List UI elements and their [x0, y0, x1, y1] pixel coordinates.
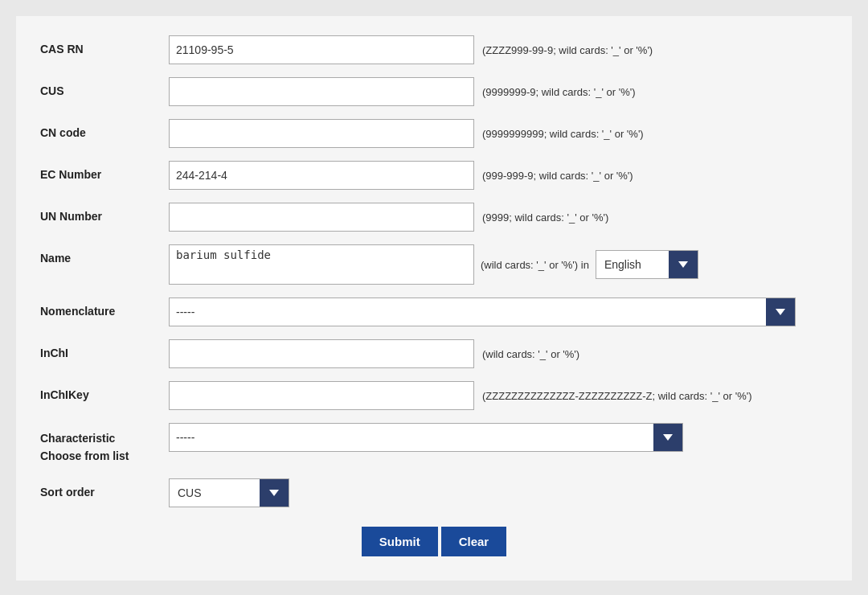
cus-input[interactable] — [169, 77, 474, 106]
inchi-label: InChI — [40, 339, 169, 362]
nomenclature-controls: ----- — [169, 298, 828, 326]
name-inner-controls: barium sulfide (wild cards: '_' or '%') … — [169, 244, 698, 285]
cn-code-row: CN code (9999999999; wild cards: '_' or … — [40, 119, 828, 148]
nomenclature-dropdown-button[interactable] — [766, 298, 795, 326]
chevron-down-icon — [776, 309, 785, 315]
cn-code-input[interactable] — [169, 119, 474, 148]
characteristic-row: Characteristic Choose from list ----- — [40, 423, 828, 466]
language-dropdown-button[interactable] — [669, 250, 698, 279]
sort-order-controls: CUS — [169, 478, 828, 507]
inchi-row: InChI (wild cards: '_' or '%') — [40, 339, 828, 368]
un-number-hint: (9999; wild cards: '_' or '%') — [482, 211, 608, 224]
sort-order-row: Sort order CUS — [40, 478, 828, 507]
chevron-down-icon — [678, 261, 688, 268]
cas-rn-row: CAS RN (ZZZZ999-99-9; wild cards: '_' or… — [40, 35, 828, 64]
name-controls: barium sulfide (wild cards: '_' or '%') … — [169, 244, 828, 285]
cus-hint: (9999999-9; wild cards: '_' or '%') — [482, 86, 636, 98]
cn-code-hint: (9999999999; wild cards: '_' or '%') — [482, 128, 644, 140]
inchikey-input[interactable] — [169, 381, 474, 410]
inchi-hint: (wild cards: '_' or '%') — [482, 348, 579, 360]
search-form: CAS RN (ZZZZ999-99-9; wild cards: '_' or… — [16, 16, 852, 581]
sort-order-dropdown-button[interactable] — [260, 478, 289, 507]
language-select-wrapper[interactable]: English — [596, 250, 698, 279]
characteristic-sub-label: Choose from list — [40, 447, 169, 465]
sort-order-value: CUS — [170, 478, 260, 507]
characteristic-dropdown-wrapper[interactable]: ----- — [169, 423, 683, 452]
inchikey-row: InChIKey (ZZZZZZZZZZZZZZ-ZZZZZZZZZZ-Z; w… — [40, 381, 828, 410]
characteristic-main-label: Characteristic — [40, 429, 169, 447]
ec-number-hint: (999-999-9; wild cards: '_' or '%') — [482, 170, 633, 182]
chevron-down-icon — [663, 434, 673, 441]
clear-button[interactable]: Clear — [441, 527, 507, 556]
characteristic-label: Characteristic Choose from list — [40, 423, 169, 466]
un-number-input[interactable] — [169, 203, 474, 232]
un-number-controls: (9999; wild cards: '_' or '%') — [169, 203, 828, 232]
cn-code-controls: (9999999999; wild cards: '_' or '%') — [169, 119, 828, 148]
inchikey-controls: (ZZZZZZZZZZZZZZ-ZZZZZZZZZZ-Z; wild cards… — [169, 381, 828, 410]
chevron-down-icon — [269, 490, 279, 496]
cn-code-label: CN code — [40, 119, 169, 142]
ec-number-input[interactable] — [169, 161, 474, 190]
submit-button[interactable]: Submit — [362, 527, 438, 556]
cas-rn-input[interactable] — [169, 35, 474, 64]
un-number-label: UN Number — [40, 203, 169, 225]
cus-row: CUS (9999999-9; wild cards: '_' or '%') — [40, 77, 828, 106]
characteristic-controls: ----- — [169, 423, 828, 452]
cas-rn-controls: (ZZZZ999-99-9; wild cards: '_' or '%') — [169, 35, 828, 64]
un-number-row: UN Number (9999; wild cards: '_' or '%') — [40, 203, 828, 232]
cus-controls: (9999999-9; wild cards: '_' or '%') — [169, 77, 828, 106]
name-input[interactable]: barium sulfide — [169, 244, 474, 285]
inchi-input[interactable] — [169, 339, 474, 368]
nomenclature-row: Nomenclature ----- — [40, 298, 828, 326]
characteristic-value: ----- — [170, 423, 653, 452]
action-buttons: Submit Clear — [40, 527, 828, 556]
cas-rn-hint: (ZZZZ999-99-9; wild cards: '_' or '%') — [482, 44, 653, 56]
cas-rn-label: CAS RN — [40, 35, 169, 58]
inchikey-label: InChIKey — [40, 381, 169, 404]
language-select-text: English — [596, 250, 669, 279]
nomenclature-label: Nomenclature — [40, 298, 169, 320]
sort-order-dropdown-wrapper[interactable]: CUS — [169, 478, 289, 507]
inchikey-hint: (ZZZZZZZZZZZZZZ-ZZZZZZZZZZ-Z; wild cards… — [482, 390, 752, 402]
nomenclature-value: ----- — [170, 298, 766, 326]
ec-number-controls: (999-999-9; wild cards: '_' or '%') — [169, 161, 828, 190]
cus-label: CUS — [40, 77, 169, 100]
name-hint: (wild cards: '_' or '%') in — [481, 259, 589, 271]
characteristic-dropdown-button[interactable] — [653, 423, 682, 452]
nomenclature-dropdown-wrapper[interactable]: ----- — [169, 298, 796, 326]
name-label: Name — [40, 244, 169, 267]
name-row: Name barium sulfide (wild cards: '_' or … — [40, 244, 828, 285]
ec-number-row: EC Number (999-999-9; wild cards: '_' or… — [40, 161, 828, 190]
inchi-controls: (wild cards: '_' or '%') — [169, 339, 828, 368]
sort-order-label: Sort order — [40, 478, 169, 501]
ec-number-label: EC Number — [40, 161, 169, 183]
